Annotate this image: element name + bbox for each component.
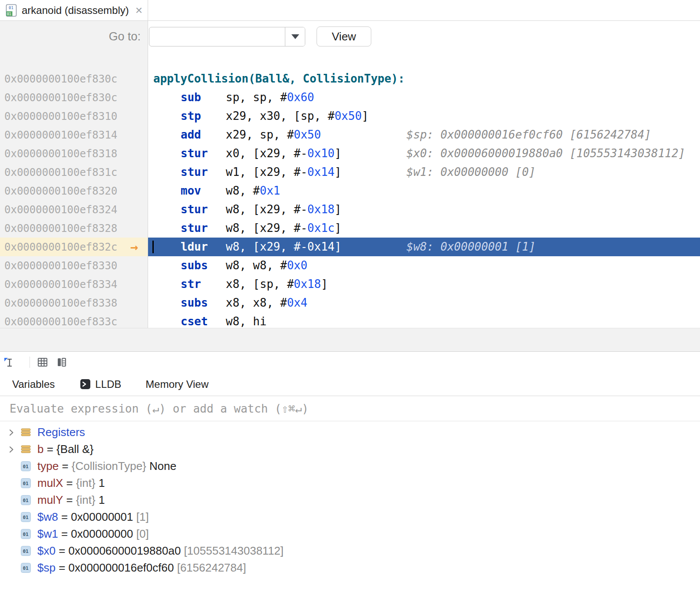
variable-icon-box: 01 — [19, 529, 32, 539]
asm-instruction-line[interactable]: subsx8, x8, #0x4 — [148, 294, 700, 312]
asm-instruction-line[interactable]: stpx29, x30, [sp, #0x50] — [148, 107, 700, 126]
primitive-value-icon: 01 — [21, 563, 31, 573]
address-gutter-row[interactable]: 0x0000000100ef830c — [0, 88, 148, 107]
operands: w8, [x29, #-0x14] — [226, 240, 341, 253]
tab-arkanoid-disassembly[interactable]: 01 01 arkanoid (disassembly) × — [0, 0, 148, 20]
variable-value: 0x000000016ef0cf60 — [69, 561, 174, 575]
variable-row[interactable]: 01$w8 = 0x00000001 [1] — [0, 509, 700, 526]
asm-instruction-line[interactable]: subsp, sp, #0x60 — [148, 88, 700, 107]
variable-type: {int} — [76, 493, 99, 507]
address-gutter-row[interactable]: 0x0000000100ef832c→ — [0, 238, 148, 256]
table-view-icon[interactable] — [37, 357, 48, 368]
instruction-address: 0x0000000100ef830c — [4, 92, 117, 104]
mnemonic: mov — [181, 182, 226, 200]
literal: 0x1c — [307, 221, 335, 235]
variable-row[interactable]: 01$x0 = 0x00006000019880a0 [105553143038… — [0, 542, 700, 559]
variable-name: $sp — [37, 561, 56, 575]
address-gutter-row[interactable]: 0x0000000100ef8330 — [0, 256, 148, 275]
svg-text:01: 01 — [7, 12, 11, 16]
address-gutter-row[interactable]: 0x0000000100ef833c — [0, 312, 148, 331]
address-gutter-row[interactable]: 0x0000000100ef8324 — [0, 200, 148, 219]
address-gutter-row[interactable]: 0x0000000100ef8334 — [0, 275, 148, 294]
variable-row[interactable]: 01mulY = {int} 1 — [0, 492, 700, 509]
operands: w8, w8, #0x0 — [226, 259, 307, 272]
dropdown-arrow-button[interactable] — [285, 27, 305, 46]
literal: 0x14 — [307, 240, 335, 253]
text-caret — [152, 241, 154, 253]
operand-text: x29, x30, [sp, # — [226, 109, 334, 122]
tab-memory-view[interactable]: Memory View — [145, 378, 208, 390]
operands: x0, [x29, #-0x10] — [226, 147, 341, 160]
address-gutter-row[interactable]: 0x0000000100ef831c — [0, 163, 148, 182]
equals-sign: = — [63, 493, 76, 507]
address-gutter-row[interactable]: 0x0000000100ef8318 — [0, 144, 148, 163]
literal: 0x14 — [307, 165, 335, 178]
asm-instruction-line[interactable]: subsw8, w8, #0x0 — [148, 256, 700, 275]
svg-text:01: 01 — [23, 565, 29, 571]
asm-instruction-line[interactable]: movw8, #0x1 — [148, 182, 700, 200]
address-gutter-row[interactable]: 0x0000000100ef830c — [0, 69, 148, 88]
variable-row[interactable]: 01mulX = {int} 1 — [0, 475, 700, 492]
close-icon[interactable]: × — [135, 4, 142, 17]
operand-text: x8, x8, # — [226, 296, 287, 309]
variable-row[interactable]: Registers — [0, 424, 700, 441]
variable-type: {CollisionType} — [72, 459, 149, 473]
svg-text:01: 01 — [23, 464, 29, 469]
variable-value: 1 — [99, 476, 105, 490]
show-inline-values-icon[interactable] — [3, 357, 15, 368]
variable-row[interactable]: 01type = {CollisionType} None — [0, 458, 700, 475]
equals-sign: = — [58, 527, 71, 541]
asm-instruction-line[interactable]: sturw8, [x29, #-0x1c] — [148, 219, 700, 238]
asm-instruction-line[interactable]: ldurw8, [x29, #-0x14]$w8: 0x00000001 [1] — [148, 238, 700, 256]
svg-text:01: 01 — [9, 6, 13, 10]
variable-name: type — [37, 459, 59, 473]
expand-toggle[interactable] — [3, 446, 19, 453]
instruction-address: 0x0000000100ef8314 — [4, 129, 117, 141]
literal: 0x50 — [294, 128, 321, 141]
function-label-line[interactable]: applyCollision(Ball&, CollisionType): — [148, 69, 700, 88]
view-button[interactable]: View — [317, 26, 371, 46]
asm-instruction-line[interactable]: strx8, [sp, #0x18] — [148, 275, 700, 294]
instruction-address: 0x0000000100ef8310 — [4, 110, 117, 122]
variable-value: 1 — [99, 493, 105, 507]
asm-instruction-line[interactable]: csetw8, hi — [148, 312, 700, 331]
expand-toggle[interactable] — [3, 429, 19, 436]
asm-instruction-line[interactable]: addx29, sp, #0x50$sp: 0x000000016ef0cf60… — [148, 126, 700, 144]
disassembly-editor[interactable]: applyCollision(Ball&, CollisionType):sub… — [148, 52, 700, 328]
asm-instruction-line[interactable]: sturw8, [x29, #-0x18] — [148, 200, 700, 219]
operand-text: w8, [x29, #- — [226, 203, 307, 216]
asm-instruction-line[interactable]: sturw1, [x29, #-0x14]$w1: 0x00000000 [0] — [148, 163, 700, 182]
panel-splitter[interactable] — [0, 328, 700, 352]
mnemonic: sub — [181, 88, 226, 107]
literal: 0x10 — [307, 147, 335, 160]
variable-value: 0x00000000 — [71, 527, 133, 541]
goto-input[interactable] — [149, 27, 285, 46]
address-gutter-row[interactable]: 0x0000000100ef8338 — [0, 294, 148, 312]
disassembly-panel: 0x0000000100ef830c0x0000000100ef830c0x00… — [0, 52, 700, 328]
variable-name: b — [37, 443, 43, 456]
equals-sign: = — [56, 544, 69, 558]
equals-sign: = — [56, 561, 69, 575]
goto-combobox[interactable] — [149, 27, 305, 46]
tab-variables[interactable]: Variables — [12, 378, 55, 390]
address-gutter-row[interactable]: 0x0000000100ef8328 — [0, 219, 148, 238]
tab-lldb[interactable]: LLDB — [80, 378, 121, 390]
tab-title: arkanoid (disassembly) — [22, 4, 129, 17]
variable-row[interactable]: 01$w1 = 0x00000000 [0] — [0, 526, 700, 542]
operand-text: sp, sp, # — [226, 91, 287, 104]
instruction-address: 0x0000000100ef832c — [4, 241, 117, 253]
register-value-comment: $sp: 0x000000016ef0cf60 [6156242784] — [406, 126, 651, 144]
operands: w8, [x29, #-0x18] — [226, 203, 341, 216]
columns-view-icon[interactable] — [56, 357, 67, 368]
variable-value: None — [149, 459, 176, 473]
address-gutter-row[interactable]: 0x0000000100ef8320 — [0, 182, 148, 200]
editor-tab-bar: 01 01 arkanoid (disassembly) × — [0, 0, 700, 21]
address-gutter-row[interactable]: 0x0000000100ef8314 — [0, 126, 148, 144]
address-gutter-row[interactable]: 0x0000000100ef8310 — [0, 107, 148, 126]
variable-icon-box: 01 — [19, 546, 32, 556]
variable-row[interactable]: 01$sp = 0x000000016ef0cf60 [6156242784] — [0, 559, 700, 576]
asm-instruction-line[interactable]: sturx0, [x29, #-0x10]$x0: 0x000060000198… — [148, 144, 700, 163]
evaluate-expression-input[interactable]: Evaluate expression (↵) or add a watch (… — [0, 396, 700, 421]
variable-row[interactable]: b = {Ball &} — [0, 441, 700, 458]
operands: w1, [x29, #-0x14] — [226, 165, 341, 178]
